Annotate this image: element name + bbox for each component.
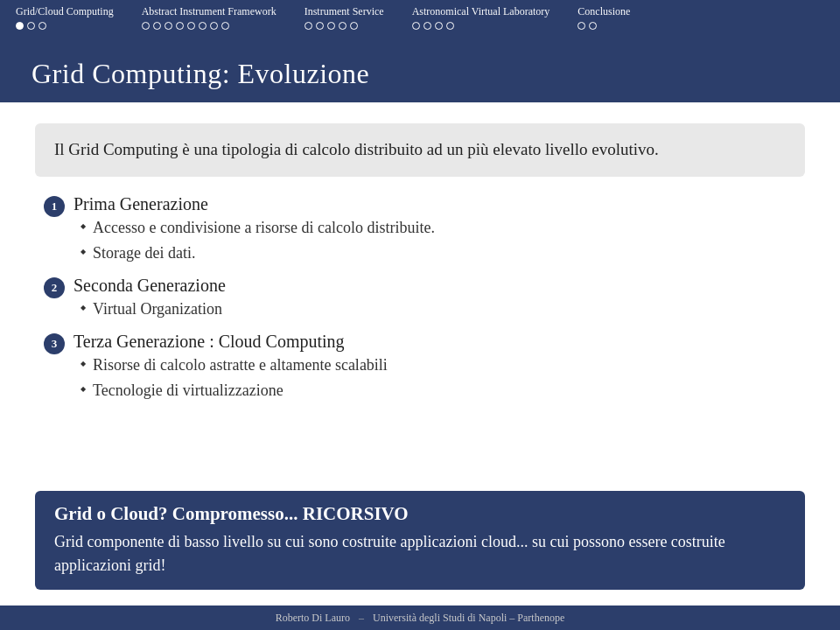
dot-filled <box>16 22 24 30</box>
dot-empty <box>589 22 597 30</box>
item-title-2: Seconda Generazione <box>74 276 226 296</box>
bottom-box: Grid o Cloud? Compromesso... RICORSIVO G… <box>35 491 805 590</box>
nav-label: Instrument Service <box>304 5 384 18</box>
dot-empty <box>446 22 454 30</box>
intro-text: Il Grid Computing è una tipologia di cal… <box>54 137 786 163</box>
bullet-item: Accesso e condivisione a risorse di calc… <box>80 216 435 240</box>
slide-title: Grid Computing: Evoluzione <box>32 58 808 90</box>
dot-empty <box>339 22 346 30</box>
dot-empty <box>38 22 46 30</box>
nav-dots <box>578 22 597 30</box>
nav-label: Conclusione <box>578 5 630 18</box>
content-list: 1 Prima Generazione Accesso e condivisio… <box>35 194 805 480</box>
nav-item[interactable]: Astronomical Virtual Laboratory <box>412 5 550 30</box>
item-content-2: Seconda Generazione Virtual Organization <box>74 276 226 323</box>
nav-dots <box>412 22 454 30</box>
bullet-list-1: Accesso e condivisione a risorse di calc… <box>74 216 435 267</box>
dot-empty <box>350 22 358 30</box>
dot-empty <box>304 22 312 30</box>
dot-empty <box>199 22 206 30</box>
nav-dots <box>16 22 46 30</box>
footer-author: Roberto Di Lauro <box>276 612 350 625</box>
dot-empty <box>578 22 585 30</box>
dot-empty <box>187 22 195 30</box>
main-content: Il Grid Computing è una tipologia di cal… <box>0 102 840 606</box>
nav-label: Astronomical Virtual Laboratory <box>412 5 550 18</box>
footer-separator: – <box>359 612 364 625</box>
slide-body: Il Grid Computing è una tipologia di cal… <box>0 102 840 606</box>
nav-label: Grid/Cloud Computing <box>16 5 114 18</box>
bullet-list-2: Virtual Organization <box>74 298 226 323</box>
list-item: 2 Seconda Generazione Virtual Organizati… <box>44 276 805 323</box>
nav-item[interactable]: Instrument Service <box>304 5 384 30</box>
dot-empty <box>435 22 443 30</box>
item-title-3: Terza Generazione : Cloud Computing <box>74 332 388 352</box>
number-badge-2: 2 <box>44 277 65 298</box>
dot-empty <box>153 22 161 30</box>
dot-empty <box>176 22 184 30</box>
dot-empty <box>327 22 335 30</box>
nav-dots <box>304 22 358 30</box>
nav-dots <box>142 22 229 30</box>
list-item: 3 Terza Generazione : Cloud Computing Ri… <box>44 332 805 404</box>
intro-box: Il Grid Computing è una tipologia di cal… <box>35 123 805 177</box>
item-title-1: Prima Generazione <box>74 194 435 214</box>
dot-empty <box>412 22 420 30</box>
nav-item[interactable]: Conclusione <box>578 5 630 30</box>
dot-empty <box>316 22 324 30</box>
bullet-item: Tecnologie di virtualizzazione <box>80 379 388 402</box>
bullet-list-3: Risorse di calcolo astratte e altamente … <box>74 354 388 404</box>
dot-empty <box>221 22 229 30</box>
list-item: 1 Prima Generazione Accesso e condivisio… <box>44 194 805 267</box>
slide-header: Grid Computing: Evoluzione <box>0 46 840 102</box>
dot-empty <box>210 22 218 30</box>
bullet-item: Risorse di calcolo astratte e altamente … <box>80 354 388 377</box>
number-badge-3: 3 <box>44 333 65 354</box>
dot-empty <box>27 22 35 30</box>
nav-item[interactable]: Abstract Instrument Framework <box>142 5 276 30</box>
bullet-item: Virtual Organization <box>80 298 226 321</box>
dot-empty <box>142 22 150 30</box>
number-badge-1: 1 <box>44 196 65 217</box>
item-content-3: Terza Generazione : Cloud Computing Riso… <box>74 332 388 404</box>
bottom-box-text: Grid componente di basso livello su cui … <box>54 530 786 578</box>
footer: Roberto Di Lauro – Università degli Stud… <box>0 606 840 630</box>
top-navigation: Grid/Cloud ComputingAbstract Instrument … <box>0 0 840 46</box>
item-content-1: Prima Generazione Accesso e condivisione… <box>74 194 435 267</box>
nav-item[interactable]: Grid/Cloud Computing <box>16 5 114 30</box>
dot-empty <box>424 22 431 30</box>
bullet-item: Storage dei dati. <box>80 242 435 265</box>
nav-label: Abstract Instrument Framework <box>142 5 276 18</box>
footer-university: Università degli Studi di Napoli – Parth… <box>373 612 564 625</box>
dot-empty <box>164 22 172 30</box>
bottom-box-title: Grid o Cloud? Compromesso... RICORSIVO <box>54 503 786 525</box>
